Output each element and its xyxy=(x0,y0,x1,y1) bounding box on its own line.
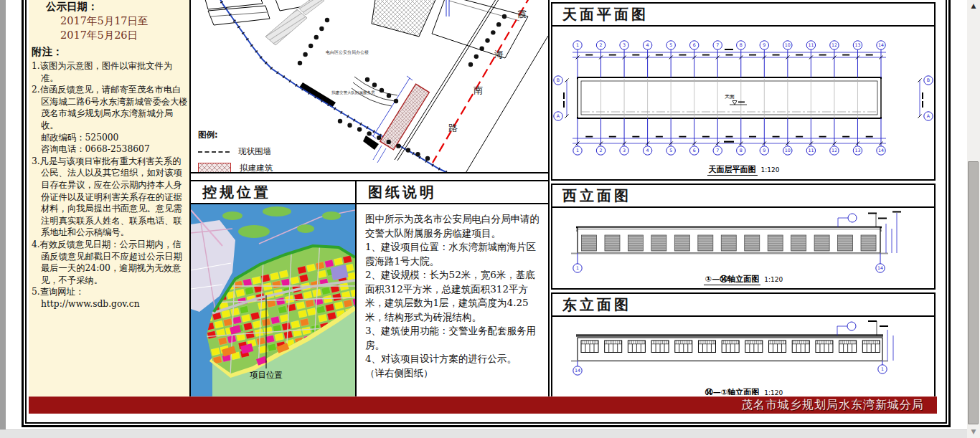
application-window: 公示日期： 2017年5月17日至 2017年5月26日 附注： 1.该图为示意… xyxy=(0,0,980,438)
roof-plan-header: 天面平面图 xyxy=(552,4,934,27)
west-elevation-section: 西立面图 114 xyxy=(551,184,936,290)
building-label: 电白区公安分局办公楼 xyxy=(326,49,369,56)
svg-text:4: 4 xyxy=(646,148,649,153)
svg-text:9: 9 xyxy=(763,148,765,153)
notes-panel: 公示日期： 2017年5月17日至 2017年5月26日 附注： 1.该图为示意… xyxy=(29,0,191,396)
note-phone: 咨询电话：0668-2538607 xyxy=(32,143,188,156)
svg-text:7: 7 xyxy=(716,42,719,47)
note-postal-code: 邮政编码：525000 xyxy=(32,132,188,144)
note-item: 5.查询网址： xyxy=(32,286,188,298)
svg-text:A: A xyxy=(557,113,560,118)
scroll-up-button[interactable]: ▲ xyxy=(967,0,980,12)
land-use-map-svg xyxy=(191,204,355,396)
document-frame: 公示日期： 2017年5月17日至 2017年5月26日 附注： 1.该图为示意… xyxy=(25,0,947,424)
svg-text:14: 14 xyxy=(877,265,883,270)
control-plan-title: 控规位置 xyxy=(202,184,271,201)
note-item: 3.凡是与该项目审批有重大利害关系的公民、法人以及其它组织，如对该项目存在异议，… xyxy=(32,156,188,239)
west-elevation-header: 西立面图 xyxy=(552,185,934,208)
document-page: 公示日期： 2017年5月17日至 2017年5月26日 附注： 1.该图为示意… xyxy=(6,0,967,429)
east-elevation-section: 东立面图 141 ⑭—①轴立面图1:120 xyxy=(551,292,936,399)
svg-text:4: 4 xyxy=(646,42,649,47)
road-name-char: 霞 xyxy=(517,8,527,21)
svg-text:A: A xyxy=(927,113,930,118)
drawing-notes-paragraph: 图中所示为茂名市公安局电白分局申请的交警大队附属服务房临建项目。 xyxy=(365,212,541,240)
roof-plan-section: 天面平面图 1122334455667788991010111112121313… xyxy=(551,2,936,181)
svg-text:11: 11 xyxy=(808,148,814,153)
publication-date-end: 2017年5月26日 xyxy=(60,29,189,42)
vertical-scrollbar[interactable]: ▲ ▼ xyxy=(967,0,980,438)
drawing-notes-text: 图中所示为茂名市公安局电白分局申请的交警大队附属服务房临建项目。 1、建设项目位… xyxy=(357,204,548,391)
svg-text:1: 1 xyxy=(576,148,579,153)
east-elevation-header: 东立面图 xyxy=(552,294,934,317)
note-website-url: http://www.sdb.gov.cn xyxy=(32,298,188,310)
scrollbar-thumb[interactable] xyxy=(968,161,979,424)
agency-name: 茂名市城乡规划局水东湾新城分局 xyxy=(741,396,924,414)
proposed-building-label: 拟建交警大队附属服务房 xyxy=(331,90,375,95)
west-elevation-caption: ①—⑭轴立面图1:120 xyxy=(552,271,934,285)
svg-text:14: 14 xyxy=(575,368,580,373)
svg-text:10: 10 xyxy=(785,148,791,153)
right-column: 天面平面图 1122334455667788991010111112121313… xyxy=(550,0,937,396)
svg-text:12: 12 xyxy=(831,42,837,47)
west-elevation-title: 西立面图 xyxy=(562,187,631,204)
roof-plan-caption: 天面层平面图1:120 xyxy=(552,161,934,175)
project-location-label: 项目位置 xyxy=(244,370,288,381)
roof-surface-label: 天面 xyxy=(725,93,735,100)
svg-text:3: 3 xyxy=(623,148,626,153)
drawing-notes-paragraph: 3、建筑使用功能：交警业务配套服务用房。 xyxy=(365,324,541,352)
publication-date-start: 2017年5月17日至 xyxy=(60,14,189,28)
legend-label: 拟建建筑 xyxy=(240,163,273,173)
east-elevation-svg: 141 xyxy=(552,317,934,395)
agency-footer-bar: 茂名市城乡规划局水东湾新城分局 xyxy=(29,396,937,414)
bottom-gutter xyxy=(0,429,967,438)
east-elevation-caption: ⑭—①轴立面图1:120 xyxy=(552,384,934,395)
svg-text:6: 6 xyxy=(693,148,696,153)
svg-text:14: 14 xyxy=(878,148,884,153)
svg-text:14: 14 xyxy=(878,42,884,47)
legend: 图例: 现状围墙 拟建建筑 xyxy=(198,130,273,173)
legend-title: 图例: xyxy=(198,130,273,141)
svg-text:3: 3 xyxy=(623,42,626,47)
svg-text:13: 13 xyxy=(854,42,860,47)
section-header-drawing-notes: 图纸说明 xyxy=(357,180,548,204)
legend-label: 现状围墙 xyxy=(238,146,271,157)
planning-notice-document: 公示日期： 2017年5月17日至 2017年5月26日 附注： 1.该图为示意… xyxy=(22,0,951,427)
proposed-building-symbol xyxy=(198,163,231,173)
road-name-char: 路 xyxy=(448,122,458,135)
drawing-notes-paragraph: 1、建设项目位置：水东湾新城南海片区霞海路1号大院。 xyxy=(365,240,541,268)
svg-text:1: 1 xyxy=(576,42,579,47)
site-plan-drawing: 霞 海 南 路 电白区公安分局办公楼 拟建交警大队附属服务房 图例: 现状围墙 xyxy=(191,0,548,173)
svg-text:10: 10 xyxy=(785,42,791,47)
drawing-notes-title: 图纸说明 xyxy=(368,184,437,201)
svg-text:B: B xyxy=(927,77,930,82)
notes-title: 附注： xyxy=(32,45,189,59)
control-plan-map: 项目位置 xyxy=(191,204,357,396)
svg-text:2: 2 xyxy=(600,148,603,153)
drawing-notes-paragraph: （详右侧图纸） xyxy=(365,366,541,381)
east-elevation-title: 东立面图 xyxy=(562,296,631,313)
svg-text:12: 12 xyxy=(831,148,837,153)
road-name-char: 海 xyxy=(494,48,504,61)
svg-text:5: 5 xyxy=(669,148,672,153)
publication-date-label: 公示日期： xyxy=(46,0,189,14)
note-item: 1.该图为示意图，图件以审批文件为准。 xyxy=(32,60,188,84)
roof-plan-svg: 11223344556677889910101111121213131414BA… xyxy=(552,27,934,176)
scroll-down-button[interactable]: ▼ xyxy=(967,426,980,438)
section-header-control-plan: 控规位置 xyxy=(191,180,357,204)
svg-text:11: 11 xyxy=(808,42,814,47)
svg-text:13: 13 xyxy=(854,148,860,153)
svg-text:8: 8 xyxy=(740,148,743,153)
note-item: 4.有效反馈意见日期：公示日期内，信函反馈意见邮戳日不应超过公示日期最后一天的2… xyxy=(32,239,188,286)
left-gutter xyxy=(0,0,6,429)
svg-text:5: 5 xyxy=(669,42,672,47)
svg-text:9: 9 xyxy=(763,42,765,47)
note-item: 2.信函反馈意见，请邮寄至茂名市电白区海城二路6号水东湾新城管委会大楼茂名市城乡… xyxy=(32,84,188,131)
svg-text:B: B xyxy=(557,77,560,82)
svg-text:6: 6 xyxy=(693,42,696,47)
svg-text:8: 8 xyxy=(740,42,743,47)
svg-text:7: 7 xyxy=(716,148,719,153)
road-name-char: 南 xyxy=(473,84,483,97)
svg-text:2: 2 xyxy=(600,42,603,47)
existing-wall-symbol xyxy=(198,151,230,153)
roof-plan-title: 天面平面图 xyxy=(562,6,649,23)
